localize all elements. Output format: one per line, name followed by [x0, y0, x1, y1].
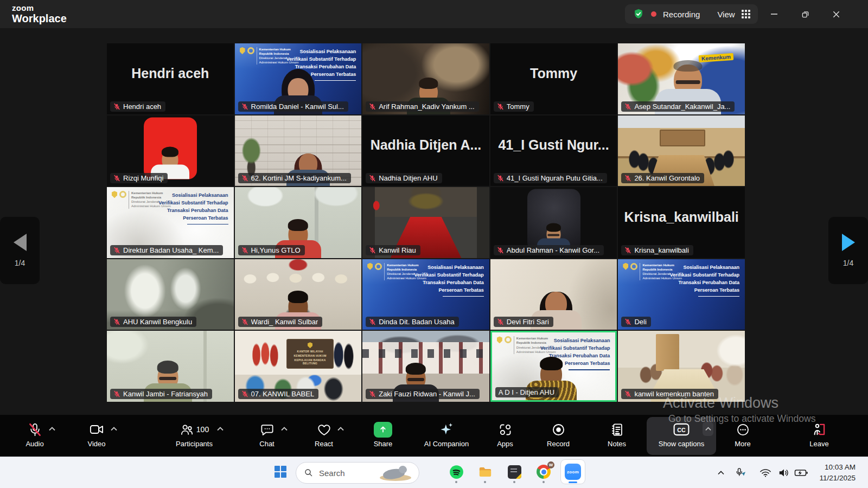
room-sign-text: KANTOR WILAYAH: [297, 350, 323, 353]
participant-tile[interactable]: AHU Kanwil Bengkulu: [107, 259, 234, 330]
captions-options-chevron-icon[interactable]: [703, 422, 713, 436]
share-screen-button[interactable]: Share: [358, 417, 408, 455]
page-indicator: 1/4: [843, 259, 853, 267]
slide-title: Sosialisasi PelaksanaanVerifikasi Substa…: [414, 264, 483, 297]
p-hair: [419, 78, 438, 89]
p-glasses: [407, 378, 424, 381]
taskbar-clock[interactable]: 10:03 AM 11/21/2025: [819, 462, 856, 483]
heart-icon: [317, 421, 331, 438]
slide-title-line: Perseroan Terbatas: [414, 287, 483, 294]
view-grid-icon[interactable]: [742, 10, 750, 18]
p-hair: [162, 146, 178, 157]
recording-dot-icon: [651, 11, 656, 17]
file-explorer-icon[interactable]: [473, 460, 497, 484]
clock-time: 10:03 AM: [819, 462, 856, 473]
view-button-label[interactable]: View: [717, 10, 735, 19]
leave-label: Leave: [809, 440, 828, 448]
participants-button[interactable]: 100 Participants: [163, 417, 226, 455]
participant-tile[interactable]: KANTOR WILAYAHKEMENTERIAN HUKUMKEPULAUAN…: [235, 331, 362, 402]
tray-wifi-icon[interactable]: [756, 457, 775, 488]
react-options-chevron-icon[interactable]: [337, 425, 344, 433]
participant-tile[interactable]: Nadhia Ditjen A... Nadhia Ditjen AHU: [362, 115, 489, 187]
participant-tile[interactable]: kanwil kemenkum banten: [618, 331, 745, 402]
ministry-logo-icon: [375, 263, 382, 270]
participant-tile[interactable]: Hi,Yunus GTLO: [235, 187, 362, 258]
participant-name-text: 62. Kortini JM S-kadiyankum...: [251, 174, 347, 182]
participant-tile[interactable]: Kementerian Hukum Republik IndonesiaDire…: [618, 259, 745, 330]
participant-tile[interactable]: Kementerian Hukum Republik IndonesiaDire…: [490, 331, 617, 402]
participant-tile[interactable]: Kementerian Hukum Republik IndonesiaDire…: [235, 43, 362, 114]
mic-muted-icon: [241, 247, 248, 254]
apps-button[interactable]: Apps: [482, 417, 528, 455]
react-button[interactable]: React: [299, 417, 348, 455]
search-input[interactable]: Search: [296, 462, 419, 484]
mic-muted-icon: [624, 247, 631, 254]
minimize-button[interactable]: [762, 5, 787, 23]
tray-battery-icon[interactable]: [791, 457, 812, 488]
participant-tile[interactable]: Krisna_kanwilbali Krisna_kanwilbali: [618, 187, 745, 258]
slide-title-line: Sosialisasi Pelaksanaan: [286, 48, 356, 56]
previous-page-button[interactable]: 1/4: [0, 217, 40, 284]
audio-button[interactable]: Audio: [10, 417, 60, 455]
mic-muted-icon: [497, 247, 504, 254]
zoom-app-icon[interactable]: zoom: [561, 460, 585, 484]
security-shield-icon[interactable]: [633, 8, 644, 20]
participant-tile[interactable]: Hendri aceh Hendri aceh: [107, 43, 234, 114]
participant-tile[interactable]: Kementerian Hukum Republik IndonesiaDire…: [107, 187, 234, 258]
participant-tile[interactable]: Arif Rahman_Kadiv Yankum ...: [362, 43, 489, 114]
participant-tile[interactable]: 26. Kanwil Gorontalo: [618, 115, 745, 187]
participants-options-chevron-icon[interactable]: [217, 425, 224, 433]
chat-button[interactable]: Chat: [243, 417, 291, 455]
audio-options-chevron-icon[interactable]: [49, 425, 55, 433]
participant-tile[interactable]: Kanwil Riau: [362, 187, 489, 258]
leave-button[interactable]: Leave: [794, 417, 844, 455]
record-label: Record: [547, 440, 570, 448]
video-button[interactable]: Video: [72, 417, 122, 455]
participant-tile[interactable]: 41_I Gusti Ngur... 41_I Gusti Ngurah Put…: [490, 115, 617, 187]
participant-tile[interactable]: Rizqi Munfiqi: [107, 115, 234, 187]
video-options-chevron-icon[interactable]: [111, 425, 117, 433]
participant-tile[interactable]: Devi Fitri Sari: [490, 259, 617, 330]
participant-tile[interactable]: Zaki Fauzi Ridwan - Kanwil J...: [362, 331, 489, 402]
ministry-logo-icon: [240, 47, 245, 54]
more-button[interactable]: More: [719, 417, 766, 455]
participant-tile[interactable]: Kemenkum Asep Sutandar_Kakanwil_Ja...: [618, 43, 745, 114]
restore-button[interactable]: [793, 5, 818, 23]
participant-name-label: Krisna_kanwilbali: [621, 245, 693, 255]
participant-name-label: 62. Kortini JM S-kadiyankum...: [238, 173, 351, 183]
recording-label[interactable]: Recording: [663, 10, 700, 19]
close-button[interactable]: [824, 5, 848, 23]
participant-tile[interactable]: 62. Kortini JM S-kadiyankum...: [235, 115, 362, 187]
ministry-logo-icon: [630, 263, 637, 270]
participant-tile[interactable]: Tommy Tommy: [490, 43, 617, 114]
participant-tile[interactable]: Wardi_ Kanwil Sulbar: [235, 259, 362, 330]
windows-taskbar: Search W: [0, 457, 868, 488]
tray-volume-icon[interactable]: [775, 457, 793, 488]
participant-name-text: Wardi_ Kanwil Sulbar: [251, 318, 318, 326]
chrome-profile-badge: W: [547, 461, 554, 468]
participant-name-text: Dinda Dit. Badan Usaha: [379, 318, 454, 326]
notepad-icon[interactable]: [502, 460, 526, 484]
show-captions-button[interactable]: CC Show captions: [647, 417, 716, 455]
chat-options-chevron-icon[interactable]: [281, 425, 288, 433]
p-glasses: [547, 234, 559, 236]
chrome-icon[interactable]: W: [532, 460, 556, 484]
tray-mic-in-use-icon[interactable]: [731, 457, 750, 488]
spotify-icon[interactable]: [444, 460, 468, 484]
mic-muted-icon: [241, 318, 248, 325]
next-page-button[interactable]: 1/4: [828, 217, 868, 284]
notes-button[interactable]: Notes: [592, 417, 641, 455]
ai-companion-button[interactable]: AI Companion: [411, 417, 482, 455]
tray-show-hidden-icons-chevron[interactable]: [714, 457, 728, 488]
start-button[interactable]: [269, 460, 292, 484]
room-sign-text: KEMENTERIAN HUKUM: [294, 354, 327, 357]
artwork-text: Kemenkum: [699, 53, 734, 62]
ministry-logo-icon: [119, 191, 126, 198]
room-sign-text: KEPULAUAN BANGKA BELITUNG: [288, 358, 331, 365]
participant-tile[interactable]: Abdul Rahman - Kanwil Gor...: [490, 187, 617, 258]
record-button[interactable]: Record: [534, 417, 583, 455]
participant-name-label: Kanwil Riau: [366, 245, 420, 255]
search-highlight-seal-image[interactable]: [380, 464, 411, 482]
participant-tile[interactable]: Kementerian Hukum Republik IndonesiaDire…: [362, 259, 489, 330]
participant-tile[interactable]: Kanwil Jambi - Fatriansyah: [107, 331, 234, 402]
